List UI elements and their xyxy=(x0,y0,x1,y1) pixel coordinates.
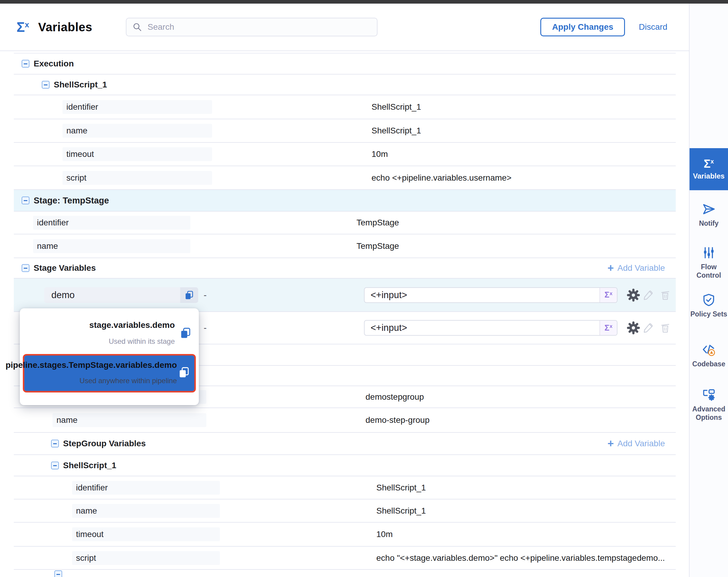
field-label: identifier xyxy=(72,481,220,495)
apply-changes-button[interactable]: Apply Changes xyxy=(540,18,625,36)
collapse-toggle-icon[interactable] xyxy=(22,60,29,68)
section-row-execution: Execution xyxy=(14,53,676,75)
field-label: script xyxy=(72,551,220,565)
copy-variable-button[interactable] xyxy=(180,287,198,303)
search-box[interactable] xyxy=(126,18,378,36)
collapse-toggle-icon[interactable] xyxy=(51,440,59,448)
variable-value-text: <+input> xyxy=(371,290,407,301)
tab-variables-active[interactable]: Σ x Variables xyxy=(690,148,728,190)
sigma-glyph: Σ xyxy=(17,20,25,34)
field-label: script xyxy=(62,171,212,185)
variable-path-text: pipeline.stages.TempStage.variables.demo xyxy=(5,360,177,370)
edit-variable-button[interactable] xyxy=(642,289,654,301)
field-row-identifier: identifier ShellScript_1 xyxy=(14,95,676,119)
expression-toggle-button[interactable]: Σ x xyxy=(599,321,617,335)
collapse-toggle-icon[interactable] xyxy=(51,461,59,470)
sigma-x-icon: Σ x xyxy=(704,158,714,170)
gear-icon xyxy=(626,288,640,302)
add-variable-button[interactable]: + Add Variable xyxy=(607,438,665,449)
variable-path-popover: stage.variables.demo Used within its sta… xyxy=(20,308,199,405)
paper-plane-icon xyxy=(702,202,716,216)
collapse-toggle-icon[interactable] xyxy=(42,81,50,89)
section-row-stepgroup-variables: StepGroup Variables + Add Variable xyxy=(14,433,676,455)
field-value: ShellScript_1 xyxy=(371,126,421,135)
tab-policy-sets[interactable]: Policy Sets xyxy=(690,293,728,319)
field-value: echo "<+stage.variables.demo>" echo <+pi… xyxy=(376,553,665,563)
field-label: timeout xyxy=(72,527,220,541)
field-row-script: script echo <+pipeline.variables.usernam… xyxy=(14,166,676,190)
section-row-shellscript1-nested: ShellScript_1 xyxy=(14,455,676,476)
field-value: echo <+pipeline.variables.username> xyxy=(371,173,512,183)
copy-icon xyxy=(179,326,192,340)
tab-codebase[interactable]: Codebase xyxy=(690,343,728,369)
variable-value-input[interactable]: <+input> Σ x xyxy=(364,320,618,336)
variable-row-demo: demo - <+input> Σ x xyxy=(14,279,676,312)
field-label: timeout xyxy=(62,147,212,161)
page-title: Variables xyxy=(38,20,92,34)
copy-path-button[interactable] xyxy=(178,366,191,379)
field-row-name: name ShellScript_1 xyxy=(14,119,676,143)
field-value: TempStage xyxy=(357,218,399,227)
variable-scope-text: Used within its stage xyxy=(109,337,175,346)
expression-toggle-button[interactable]: Σ x xyxy=(599,288,617,302)
field-row-timeout: timeout 10m xyxy=(14,523,676,547)
field-label: identifier xyxy=(62,100,212,114)
search-icon xyxy=(132,22,142,32)
variable-value-text: <+input> xyxy=(371,323,407,333)
add-variable-button[interactable]: + Add Variable xyxy=(607,262,665,274)
sliders-icon xyxy=(702,246,716,260)
field-row-identifier: identifier ShellScript_1 xyxy=(14,476,676,499)
tab-flow-control[interactable]: Flow Control xyxy=(690,246,728,279)
variable-name-input[interactable]: demo xyxy=(44,287,180,303)
section-label: Stage: TempStage xyxy=(34,196,109,205)
field-value: demostepgroup xyxy=(365,392,424,402)
page-header: Σ x Variables Apply Changes Discard xyxy=(0,4,689,51)
field-row-timeout: timeout 10m xyxy=(14,143,676,166)
shield-check-icon xyxy=(702,293,716,307)
variable-value-input[interactable]: <+input> Σ x xyxy=(364,287,618,303)
popover-option-pipeline-scope-selected[interactable]: pipeline.stages.TempStage.variables.demo… xyxy=(23,354,196,393)
popover-option-stage-scope[interactable]: stage.variables.demo Used within its sta… xyxy=(20,314,192,355)
search-input[interactable] xyxy=(147,22,358,32)
delete-variable-button[interactable] xyxy=(659,322,671,333)
edit-variable-button[interactable] xyxy=(642,322,654,334)
variable-settings-button[interactable] xyxy=(626,288,640,302)
section-row-stage-tempstage: Stage: TempStage xyxy=(14,190,676,211)
field-row-identifier: identifier TempStage xyxy=(14,211,676,234)
plus-icon: + xyxy=(607,438,614,449)
variable-settings-button[interactable] xyxy=(626,321,640,335)
flowchart-gear-icon xyxy=(702,388,716,402)
field-label: name xyxy=(62,124,212,137)
collapse-toggle-icon[interactable] xyxy=(22,264,29,272)
discard-button[interactable]: Discard xyxy=(639,22,667,32)
required-dash: - xyxy=(204,323,207,333)
right-panel-rail: Σ x Variables Notify Flow Control xyxy=(689,4,728,577)
field-label: name xyxy=(53,413,206,427)
field-value: 10m xyxy=(376,529,392,539)
field-value: TempStage xyxy=(357,241,399,251)
delete-variable-button[interactable] xyxy=(659,290,671,301)
field-label: name xyxy=(72,504,220,518)
field-row-script: script echo "<+stage.variables.demo>" ec… xyxy=(14,547,676,570)
pencil-icon xyxy=(642,289,654,301)
field-value: ShellScript_1 xyxy=(371,102,421,112)
collapse-toggle-icon[interactable] xyxy=(22,197,29,204)
section-label: ShellScript_1 xyxy=(63,461,116,470)
collapse-toggle-icon-partial[interactable] xyxy=(54,570,62,577)
code-warning-icon xyxy=(702,343,716,357)
plus-icon: + xyxy=(607,262,614,274)
trash-icon xyxy=(659,322,671,333)
field-value: demo-step-group xyxy=(365,415,430,425)
field-row-name: name TempStage xyxy=(14,234,676,258)
field-value: 10m xyxy=(371,149,388,159)
tab-advanced-options[interactable]: Advanced Options xyxy=(690,388,728,422)
copy-icon xyxy=(178,366,191,379)
field-row-name: name demo-step-group xyxy=(14,408,676,433)
section-label: Stage Variables xyxy=(34,263,96,273)
trash-icon xyxy=(659,290,671,301)
field-label: identifier xyxy=(33,216,190,230)
section-label: ShellScript_1 xyxy=(54,80,107,90)
copy-path-button[interactable] xyxy=(179,326,192,340)
field-label: name xyxy=(33,239,190,253)
tab-notify[interactable]: Notify xyxy=(690,202,728,228)
